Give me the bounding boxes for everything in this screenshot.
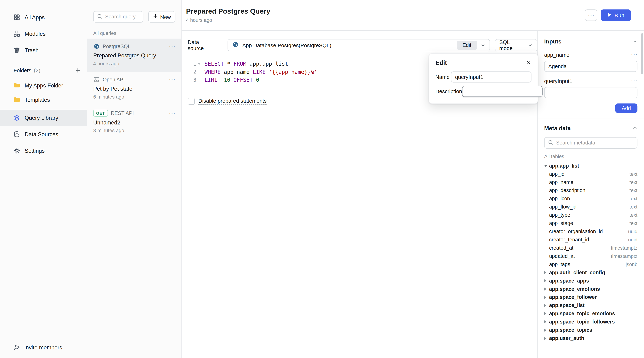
table-row-collapsed[interactable]: app.space_follower bbox=[544, 293, 638, 301]
query-type-label: REST API bbox=[111, 110, 134, 116]
table-column-row[interactable]: app_name text bbox=[544, 178, 638, 186]
table-row-collapsed[interactable]: app.space_apps bbox=[544, 277, 638, 285]
chevron-up-icon[interactable] bbox=[632, 126, 638, 131]
add-input-button[interactable]: Add bbox=[615, 103, 638, 113]
table-row-collapsed[interactable]: app.space_topic_followers bbox=[544, 318, 638, 326]
name-label: Name bbox=[436, 74, 451, 80]
column-name: creator_organisation_id bbox=[549, 229, 603, 234]
table-row-collapsed[interactable]: app.space_list bbox=[544, 301, 638, 310]
folder-icon bbox=[14, 96, 20, 104]
chevron-up-icon[interactable] bbox=[632, 39, 638, 44]
caret-right-icon[interactable] bbox=[544, 337, 549, 340]
data-source-edit-button[interactable]: Edit bbox=[457, 40, 477, 50]
scrollbar-thumb[interactable] bbox=[641, 33, 643, 74]
table-column-row[interactable]: creator_tenant_id uuid bbox=[544, 236, 638, 244]
title-block: Prepared Postgres Query 4 hours ago bbox=[186, 7, 270, 23]
table-row-collapsed[interactable]: app.space_topic_emotions bbox=[544, 310, 638, 318]
table-column-row[interactable]: app_id text bbox=[544, 170, 638, 178]
input-field-menu-icon[interactable]: ⋯ bbox=[631, 79, 638, 83]
sidebar-item-trash[interactable]: Trash bbox=[0, 42, 86, 58]
data-source-select[interactable]: App Database Postgres(PostgreSQL) Edit bbox=[228, 39, 490, 51]
table-row-collapsed[interactable]: app.space_topics bbox=[544, 326, 638, 334]
table-column-row[interactable]: app_flow_id text bbox=[544, 203, 638, 211]
table-column-row[interactable]: app_icon text bbox=[544, 195, 638, 203]
caret-down-icon[interactable] bbox=[544, 165, 549, 167]
table-column-row[interactable]: app_stage text bbox=[544, 219, 638, 227]
data-source-row: Data source App Database Postgres(Postgr… bbox=[188, 39, 537, 51]
invite-members-button[interactable]: Invite members bbox=[14, 344, 62, 351]
close-icon[interactable] bbox=[526, 60, 532, 65]
sidebar-item-modules[interactable]: Modules bbox=[0, 25, 86, 42]
input-field-value[interactable] bbox=[544, 61, 638, 72]
header-actions: ⋯ Run bbox=[585, 9, 631, 21]
play-icon bbox=[608, 12, 612, 18]
caret-right-icon[interactable] bbox=[544, 312, 549, 315]
edit-popover-header: Edit bbox=[436, 59, 532, 66]
caret-right-icon[interactable] bbox=[544, 329, 549, 332]
table-row-collapsed[interactable]: app.auth_client_config bbox=[544, 269, 638, 277]
table-column-row[interactable]: app_description text bbox=[544, 186, 638, 195]
folder-icon bbox=[14, 82, 20, 90]
column-type: timestamptz bbox=[611, 245, 638, 251]
folder-item[interactable]: My Apps Folder bbox=[0, 78, 86, 93]
name-field[interactable] bbox=[451, 71, 532, 82]
code-line-text: LIMIT 10 OFFSET 0 bbox=[202, 77, 259, 83]
edit-popover: Edit Name Description bbox=[429, 53, 538, 104]
query-item-name: Prepared Postgres Query bbox=[93, 52, 175, 59]
table-name: app.space_list bbox=[549, 303, 584, 308]
sidebar-item-all-apps[interactable]: All Apps bbox=[0, 9, 86, 25]
column-type: jsonb bbox=[626, 261, 638, 267]
header-menu-button[interactable]: ⋯ bbox=[585, 9, 597, 21]
query-item-menu-icon[interactable]: ⋯ bbox=[169, 44, 176, 48]
disable-prepared-checkbox[interactable] bbox=[188, 97, 195, 104]
http-method-badge: GET bbox=[93, 110, 108, 117]
metadata-search-box[interactable] bbox=[544, 137, 638, 149]
description-field[interactable] bbox=[462, 86, 542, 97]
run-button[interactable]: Run bbox=[601, 9, 631, 21]
query-list-item[interactable]: GET REST API ⋯ Unnamed2 3 minutes ago bbox=[87, 105, 181, 139]
input-field-value[interactable] bbox=[544, 87, 638, 98]
folder-item[interactable]: Templates bbox=[0, 93, 86, 107]
table-column-row[interactable]: updated_at timestamptz bbox=[544, 252, 638, 260]
query-item-timestamp: 4 hours ago bbox=[93, 61, 175, 66]
column-type: text bbox=[630, 171, 638, 177]
sidebar-item-label: Data Sources bbox=[25, 131, 58, 137]
query-search-box[interactable] bbox=[93, 11, 143, 22]
table-column-row[interactable]: creator_organisation_id uuid bbox=[544, 227, 638, 236]
page-subtitle: 4 hours ago bbox=[186, 17, 270, 23]
query-item-menu-icon[interactable]: ⋯ bbox=[169, 78, 176, 82]
sidebar-item-data-sources[interactable]: Data Sources bbox=[0, 126, 86, 142]
caret-right-icon[interactable] bbox=[544, 296, 549, 299]
caret-right-icon[interactable] bbox=[544, 279, 549, 282]
table-column-row[interactable]: created_at timestamptz bbox=[544, 244, 638, 252]
query-list-item[interactable]: PostgreSQL ⋯ Prepared Postgres Query 4 h… bbox=[87, 39, 181, 72]
table-row-expanded[interactable]: app.app_list bbox=[544, 162, 638, 170]
invite-members-label: Invite members bbox=[24, 344, 62, 350]
caret-right-icon[interactable] bbox=[544, 271, 549, 274]
table-name: app.user_auth bbox=[549, 336, 584, 341]
query-item-menu-icon[interactable]: ⋯ bbox=[169, 111, 176, 115]
input-field-menu-icon[interactable]: ⋯ bbox=[631, 52, 638, 57]
chevron-down-icon[interactable] bbox=[480, 43, 485, 48]
table-column-row[interactable]: app_tags jsonb bbox=[544, 260, 638, 269]
metadata-search-input[interactable] bbox=[556, 140, 634, 146]
table-row-collapsed[interactable]: app.space_emotions bbox=[544, 285, 638, 293]
table-column-row[interactable]: app_type text bbox=[544, 211, 638, 219]
folders-count: (2) bbox=[34, 67, 40, 73]
add-folder-icon[interactable] bbox=[75, 67, 81, 73]
sidebar-item-settings[interactable]: Settings bbox=[0, 142, 86, 159]
metadata-title: Meta data bbox=[544, 125, 571, 131]
query-list-item[interactable]: Open API ⋯ Pet by Pet state 6 minutes ag… bbox=[87, 72, 181, 105]
table-row-collapsed[interactable]: app.user_auth bbox=[544, 334, 638, 343]
caret-right-icon[interactable] bbox=[544, 304, 549, 307]
all-queries-label: All queries bbox=[93, 30, 181, 36]
sidebar-item-query-library[interactable]: Query Library bbox=[0, 110, 86, 126]
query-search-input[interactable] bbox=[105, 14, 140, 20]
fold-caret-icon[interactable] bbox=[196, 63, 202, 65]
new-query-button[interactable]: New bbox=[148, 11, 176, 22]
sql-mode-select[interactable]: SQL mode bbox=[495, 39, 537, 51]
kebab-icon: ⋯ bbox=[588, 13, 594, 17]
caret-right-icon[interactable] bbox=[544, 287, 549, 291]
column-type: text bbox=[630, 204, 638, 210]
caret-right-icon[interactable] bbox=[544, 320, 549, 324]
